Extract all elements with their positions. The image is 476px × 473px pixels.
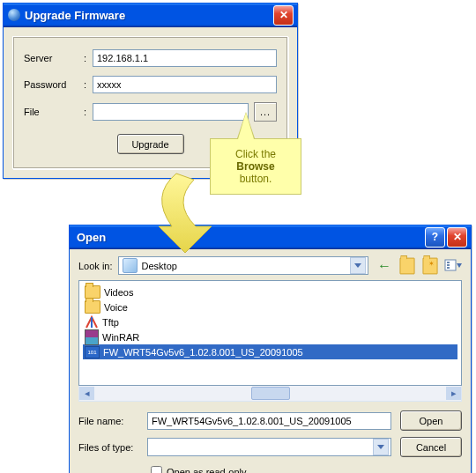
- close-icon[interactable]: ✕: [447, 227, 467, 248]
- chevron-down-icon[interactable]: [350, 257, 366, 274]
- scroll-right-icon[interactable]: ▸: [446, 387, 461, 400]
- folder-icon: [85, 285, 100, 299]
- colon: :: [84, 79, 93, 90]
- window-title: Open: [73, 231, 423, 244]
- list-item[interactable]: WinRAR: [83, 329, 457, 344]
- list-item[interactable]: Tftp: [83, 314, 457, 329]
- lookin-value: Desktop: [142, 261, 177, 271]
- chevron-down-icon[interactable]: [373, 439, 389, 455]
- password-label: Password: [24, 79, 84, 90]
- views-icon[interactable]: [444, 257, 462, 275]
- browse-button[interactable]: ...: [254, 102, 277, 122]
- svg-rect-2: [447, 264, 450, 266]
- cancel-button[interactable]: Cancel: [400, 437, 462, 457]
- list-item[interactable]: Voice: [83, 299, 457, 314]
- up-folder-icon[interactable]: [398, 257, 416, 275]
- server-input[interactable]: [93, 49, 277, 67]
- folder-icon: [85, 300, 100, 314]
- ellipsis-icon: ...: [260, 107, 271, 117]
- app-icon: [7, 8, 21, 22]
- file-list[interactable]: VideosVoiceTftpWinRAR101FW_WRT54Gv5v6_1.…: [78, 280, 462, 386]
- window-title: Upgrade Firmware: [25, 9, 271, 22]
- tftp-icon: [85, 315, 99, 329]
- server-label: Server: [24, 53, 84, 63]
- open-dialog-window: Open ? ✕ Look in: Desktop ← ✶ VideosV: [69, 225, 472, 473]
- callout-bold: Browse: [236, 160, 274, 173]
- svg-rect-0: [445, 260, 456, 270]
- titlebar[interactable]: Upgrade Firmware ✕: [4, 4, 297, 27]
- new-folder-icon[interactable]: ✶: [421, 257, 439, 275]
- callout-tooltip: Click the Browse button.: [210, 138, 301, 195]
- colon: :: [84, 107, 93, 117]
- list-item-label: Tftp: [102, 317, 119, 328]
- callout-pointer: [238, 113, 254, 139]
- filename-input[interactable]: [147, 412, 391, 430]
- readonly-checkbox[interactable]: [151, 466, 162, 473]
- svg-rect-1: [447, 262, 450, 263]
- callout-line1: Click the: [235, 148, 276, 160]
- lookin-combo[interactable]: Desktop: [118, 256, 368, 275]
- winrar-icon: [85, 329, 99, 345]
- lookin-label: Look in:: [78, 261, 113, 271]
- upgrade-button[interactable]: Upgrade: [117, 134, 184, 154]
- back-icon[interactable]: ←: [376, 257, 393, 275]
- list-item[interactable]: 101FW_WRT54Gv5v6_1.02.8.001_US_20091005: [83, 344, 457, 359]
- open-button[interactable]: Open: [400, 410, 462, 431]
- list-item[interactable]: Videos: [83, 285, 457, 299]
- callout-line3: button.: [240, 173, 272, 185]
- horizontal-scrollbar[interactable]: ◂ ▸: [78, 386, 462, 402]
- scroll-thumb[interactable]: [251, 387, 290, 400]
- binary-file-icon: 101: [85, 346, 100, 358]
- list-item-label: Videos: [104, 287, 133, 298]
- colon: :: [84, 53, 93, 63]
- readonly-label: Open as read-only: [167, 467, 247, 474]
- titlebar[interactable]: Open ? ✕: [70, 225, 471, 249]
- filetype-label: Files of type:: [78, 442, 147, 453]
- scroll-left-icon[interactable]: ◂: [79, 387, 94, 400]
- desktop-icon: [123, 258, 138, 273]
- svg-rect-3: [447, 267, 450, 269]
- filename-label: File name:: [78, 416, 147, 426]
- list-item-label: Voice: [104, 302, 128, 313]
- filetype-combo[interactable]: [147, 438, 391, 456]
- help-icon[interactable]: ?: [425, 227, 445, 248]
- close-icon[interactable]: ✕: [273, 5, 294, 26]
- list-item-label: WinRAR: [102, 332, 139, 343]
- file-input[interactable]: [93, 103, 249, 121]
- file-label: File: [24, 107, 84, 117]
- list-item-label: FW_WRT54Gv5v6_1.02.8.001_US_20091005: [103, 347, 303, 358]
- password-input[interactable]: [93, 76, 277, 93]
